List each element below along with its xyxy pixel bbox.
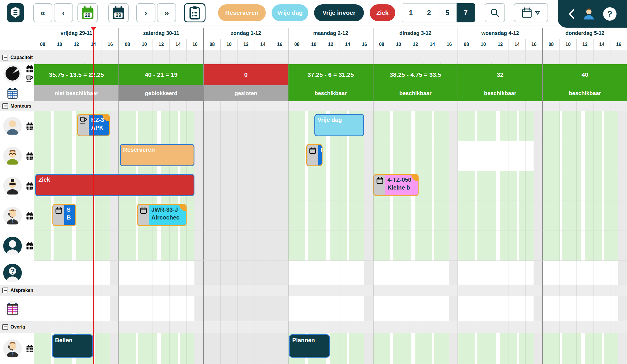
grid-hour-cell[interactable] [271,111,288,141]
grid-hour-cell[interactable] [458,171,475,201]
grid-hour-cell[interactable] [204,296,221,321]
help-button[interactable]: ? [603,7,617,21]
grid-hour-cell[interactable] [339,333,356,364]
grid-day-cell[interactable] [34,201,119,231]
collapse-section-button[interactable] [2,288,8,293]
grid-hour-cell[interactable] [119,333,136,364]
grid-hour-cell[interactable] [322,261,339,285]
grid-hour-cell[interactable] [221,231,238,260]
grid-hour-cell[interactable] [339,201,356,231]
grid-hour-cell[interactable] [594,296,610,321]
grid-hour-cell[interactable] [373,141,390,171]
grid-hour-cell[interactable] [102,333,118,364]
grid-hour-cell[interactable] [509,201,526,231]
grid-hour-cell[interactable] [492,141,509,171]
grid-hour-cell[interactable] [577,231,594,260]
app-logo[interactable] [7,3,24,22]
grid-hour-cell[interactable] [305,261,322,285]
grid-hour-cell[interactable] [305,201,322,231]
grid-day-cell[interactable] [458,201,543,231]
calendar-filled-icon[interactable] [26,65,33,73]
grid-hour-cell[interactable] [34,333,51,364]
grid-hour-cell[interactable] [458,296,475,321]
grid-hour-cell[interactable] [254,141,271,171]
grid-hour-cell[interactable] [458,201,475,231]
grid-hour-cell[interactable] [526,141,542,171]
grid-hour-cell[interactable] [543,201,560,231]
grid-day-cell[interactable] [373,261,458,285]
grid-hour-cell[interactable] [390,141,407,171]
grid-day-cell[interactable] [373,333,458,364]
grid-hour-cell[interactable] [204,261,221,285]
grid-day-cell[interactable] [34,231,119,260]
grid-day-cell[interactable] [543,201,627,231]
nav-first-button[interactable]: « [33,3,52,22]
grid-day-cell[interactable] [204,111,288,141]
grid-hour-cell[interactable] [610,231,627,260]
grid-hour-cell[interactable] [594,333,610,364]
grid-hour-cell[interactable] [356,261,373,285]
day-span-7-button[interactable]: 7 [457,3,475,22]
grid-day-cell[interactable] [373,231,458,260]
grid-hour-cell[interactable] [509,261,526,285]
grid-day-cell[interactable] [204,261,288,285]
grid-hour-cell[interactable] [271,333,288,364]
grid-hour-cell[interactable] [187,201,203,231]
grid-hour-cell[interactable] [441,201,458,231]
grid-hour-cell[interactable] [577,261,594,285]
grid-hour-cell[interactable] [288,201,305,231]
grid-hour-cell[interactable] [305,231,322,260]
grid-hour-cell[interactable] [221,171,238,201]
grid-hour-cell[interactable] [153,261,170,285]
grid-hour-cell[interactable] [390,231,407,260]
grid-hour-cell[interactable] [373,261,390,285]
grid-hour-cell[interactable] [526,231,542,260]
grid-hour-cell[interactable] [594,201,610,231]
grid-hour-cell[interactable] [356,201,373,231]
grid-hour-cell[interactable] [153,333,170,364]
grid-hour-cell[interactable] [407,296,424,321]
grid-hour-cell[interactable] [254,333,271,364]
calendar-filled-icon[interactable] [26,152,33,160]
grid-hour-cell[interactable] [610,171,627,201]
appointment-s[interactable]: SB [52,204,76,226]
grid-hour-cell[interactable] [441,231,458,260]
grid-hour-cell[interactable] [390,111,407,141]
grid-hour-cell[interactable] [543,231,560,260]
grid-hour-cell[interactable] [271,231,288,260]
grid-hour-cell[interactable] [288,296,305,321]
grid-day-cell[interactable] [373,201,458,231]
grid-hour-cell[interactable] [34,261,51,285]
grid-hour-cell[interactable] [254,261,271,285]
grid-hour-cell[interactable] [221,201,238,231]
grid-day-cell[interactable] [34,141,119,171]
grid-hour-cell[interactable] [238,296,254,321]
grid-hour-cell[interactable] [424,333,441,364]
grid-day-cell[interactable] [543,296,627,321]
grid-hour-cell[interactable] [509,141,526,171]
grid-hour-cell[interactable] [441,171,458,201]
grid-hour-cell[interactable] [526,296,542,321]
grid-hour-cell[interactable] [136,333,153,364]
grid-hour-cell[interactable] [187,111,203,141]
grid-hour-cell[interactable] [577,171,594,201]
grid-hour-cell[interactable] [68,141,85,171]
grid-day-cell[interactable] [543,141,627,171]
grid-day-cell[interactable] [458,141,543,171]
calendar-filter-button[interactable] [514,3,548,22]
grid-hour-cell[interactable] [51,231,68,260]
grid-hour-cell[interactable] [424,231,441,260]
grid-hour-cell[interactable] [271,261,288,285]
grid-hour-cell[interactable] [51,296,68,321]
grid-hour-cell[interactable] [441,261,458,285]
grid-hour-cell[interactable] [543,111,560,141]
grid-hour-cell[interactable] [610,261,627,285]
grid-hour-cell[interactable] [441,141,458,171]
grid-hour-cell[interactable] [610,296,627,321]
grid-hour-cell[interactable] [373,333,390,364]
grid-hour-cell[interactable] [51,111,68,141]
grid-day-cell[interactable] [204,333,288,364]
grid-hour-cell[interactable] [238,231,254,260]
calendar-filled-icon[interactable] [26,182,33,190]
grid-hour-cell[interactable] [221,261,238,285]
